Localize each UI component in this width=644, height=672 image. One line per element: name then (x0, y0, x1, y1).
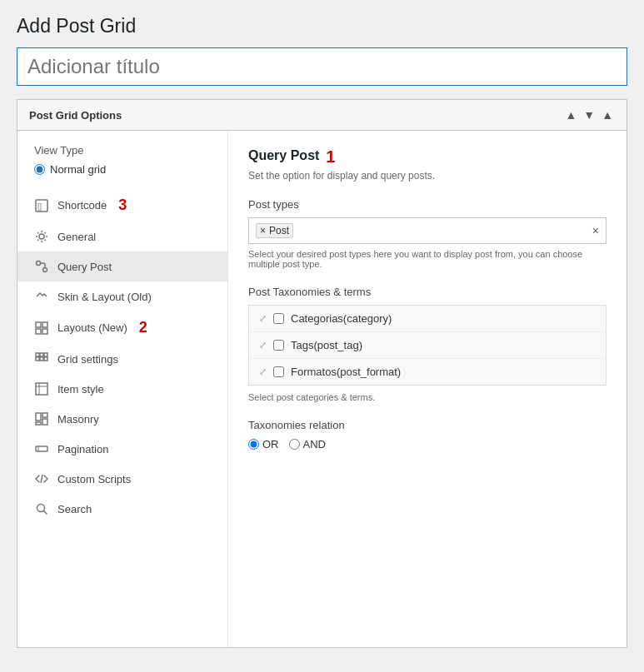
svg-rect-7 (36, 329, 41, 334)
taxonomy-expand-category[interactable]: ⤢ (259, 313, 267, 324)
shortcode-icon: [] (34, 198, 49, 213)
custom-scripts-icon (34, 471, 49, 486)
svg-rect-21 (36, 422, 41, 425)
svg-line-26 (44, 511, 47, 515)
sidebar-item-grid-settings[interactable]: Grid settings (17, 344, 227, 374)
normal-grid-option[interactable]: Normal grid (34, 163, 211, 176)
taxonomies-label: Post Taxonomies & terms (248, 286, 607, 298)
post-types-label: Post types (248, 198, 607, 211)
svg-rect-22 (36, 446, 47, 451)
sidebar-item-label-grid-settings: Grid settings (57, 353, 118, 366)
page-title: Add Post Grid (17, 15, 627, 37)
taxonomy-list: ⤢ Categorias(category) ⤢ Tags(post_tag) … (248, 305, 607, 386)
query-post-icon (34, 259, 49, 274)
post-tag-label: Post (269, 225, 289, 236)
sidebar-item-label-masonry: Masonry (57, 413, 99, 426)
svg-rect-6 (42, 322, 47, 327)
svg-rect-8 (42, 329, 47, 334)
skin-layout-icon (34, 289, 49, 304)
sidebar-badge-shortcode: 3 (118, 197, 127, 214)
sidebar: View Type Normal grid []Shortcode3Genera… (17, 131, 228, 647)
relation-options: ORAND (248, 438, 607, 450)
relation-radio-OR[interactable] (248, 439, 259, 450)
relation-option-OR[interactable]: OR (248, 438, 279, 450)
search-icon (34, 501, 49, 516)
panel-expand-button[interactable]: ▲ (600, 108, 615, 122)
post-grid-panel: Post Grid Options ▲ ▼ ▲ View Type Normal… (17, 99, 627, 648)
svg-point-2 (39, 234, 44, 239)
svg-rect-19 (42, 413, 47, 417)
relation-label-AND: AND (303, 438, 326, 450)
sidebar-item-label-general: General (57, 231, 96, 243)
relation-label: Taxonomies relation (248, 419, 607, 431)
sidebar-badge-layouts-new: 2 (139, 319, 147, 336)
taxonomy-item-post_format: ⤢ Formatos(post_format) (249, 359, 606, 385)
taxonomy-expand-post_format[interactable]: ⤢ (259, 366, 267, 377)
view-type-section: View Type Normal grid (17, 131, 227, 189)
grid-settings-icon (34, 351, 49, 366)
svg-rect-9 (36, 353, 39, 356)
sidebar-item-item-style[interactable]: Item style (17, 374, 227, 404)
post-types-input[interactable]: × Post × (248, 217, 607, 244)
sidebar-item-label-query-post: Query Post (57, 261, 112, 273)
panel-up-button[interactable]: ▲ (563, 108, 578, 122)
sidebar-item-shortcode[interactable]: []Shortcode3 (17, 189, 227, 222)
taxonomy-hint: Select post categories & terms. (248, 392, 607, 402)
sidebar-item-pagination[interactable]: Pagination (17, 434, 227, 464)
item-style-icon (34, 381, 49, 396)
svg-rect-15 (36, 383, 47, 395)
taxonomy-expand-post_tag[interactable]: ⤢ (259, 340, 267, 351)
main-content: Query Post 1 Set the option for display … (228, 131, 627, 647)
normal-grid-radio[interactable] (34, 164, 45, 175)
sidebar-items: []Shortcode3GeneralQuery PostSkin & Layo… (17, 189, 227, 524)
general-icon (34, 229, 49, 244)
taxonomy-label-post_format: Formatos(post_format) (291, 366, 401, 378)
sidebar-item-skin-layout[interactable]: Skin & Layout (Old) (17, 281, 227, 311)
pagination-icon (34, 441, 49, 456)
sidebar-item-query-post[interactable]: Query Post (17, 251, 227, 281)
sidebar-item-label-shortcode: Shortcode (57, 199, 107, 212)
panel-down-button[interactable]: ▼ (582, 108, 597, 122)
sidebar-item-label-search: Search (57, 503, 92, 515)
masonry-icon (34, 411, 49, 426)
sidebar-item-label-layouts-new: Layouts (New) (57, 321, 127, 334)
taxonomy-checkbox-post_format[interactable] (273, 366, 284, 377)
relation-radio-AND[interactable] (289, 439, 300, 450)
svg-rect-13 (40, 357, 43, 361)
panel-body: View Type Normal grid []Shortcode3Genera… (17, 131, 627, 647)
sidebar-item-search[interactable]: Search (17, 494, 227, 524)
content-section-desc: Set the option for display and query pos… (248, 170, 607, 182)
tag-input-clear[interactable]: × (592, 224, 599, 237)
taxonomy-checkbox-category[interactable] (273, 313, 284, 324)
taxonomy-item-post_tag: ⤢ Tags(post_tag) (249, 332, 606, 359)
sidebar-item-label-skin-layout: Skin & Layout (Old) (57, 291, 152, 303)
panel-controls: ▲ ▼ ▲ (563, 108, 615, 122)
taxonomy-label-post_tag: Tags(post_tag) (291, 339, 362, 351)
page-wrapper: Add Post Grid Post Grid Options ▲ ▼ ▲ Vi… (0, 0, 644, 672)
sidebar-item-custom-scripts[interactable]: Custom Scripts (17, 464, 227, 494)
taxonomy-label-category: Categorias(category) (291, 312, 392, 325)
post-tag: × Post (256, 223, 293, 238)
sidebar-item-masonry[interactable]: Masonry (17, 404, 227, 434)
svg-rect-18 (36, 413, 41, 421)
post-title-input[interactable] (17, 47, 627, 86)
view-type-label: View Type (34, 144, 211, 157)
svg-line-24 (41, 475, 42, 483)
sidebar-item-label-pagination: Pagination (57, 443, 108, 455)
svg-rect-20 (42, 419, 47, 425)
section-badge-1: 1 (326, 147, 335, 167)
svg-rect-12 (36, 357, 39, 361)
title-input-wrapper (0, 47, 644, 99)
normal-grid-label: Normal grid (50, 163, 106, 176)
post-types-hint: Select your desired post types here you … (248, 249, 607, 269)
sidebar-item-layouts-new[interactable]: Layouts (New)2 (17, 311, 227, 344)
svg-rect-14 (44, 357, 47, 361)
taxonomy-checkbox-post_tag[interactable] (273, 340, 284, 351)
taxonomy-item-category: ⤢ Categorias(category) (249, 306, 606, 332)
relation-option-AND[interactable]: AND (289, 438, 326, 450)
svg-point-3 (37, 261, 41, 266)
layouts-new-icon (34, 321, 49, 336)
sidebar-item-general[interactable]: General (17, 222, 227, 251)
svg-point-4 (43, 268, 47, 272)
post-tag-x[interactable]: × (260, 225, 266, 236)
